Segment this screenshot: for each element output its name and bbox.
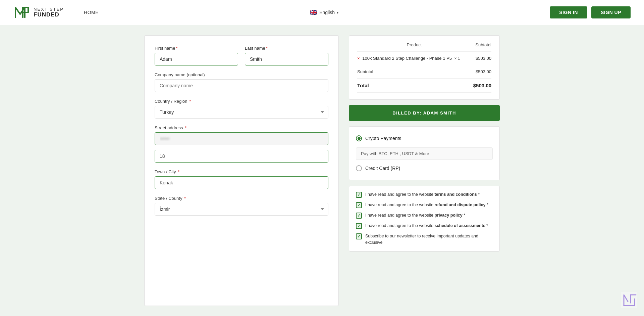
country-select[interactable]: Turkey <box>155 106 328 119</box>
total-label: Total <box>357 79 471 93</box>
last-name-label: Last name* <box>245 46 328 51</box>
town-city-label: Town / City * <box>155 169 328 174</box>
agreement-item-4: Subscribe to our newsletter to receive i… <box>356 233 493 246</box>
agreement-text-3: I have read and agree to the website sch… <box>365 223 488 229</box>
product-price: $503.00 <box>471 52 491 65</box>
agreement-text-0: I have read and agree to the website ter… <box>365 191 480 198</box>
billing-form-panel: First name* Last name* Company name (opt… <box>144 35 339 306</box>
total-row: Total $503.00 <box>357 79 491 93</box>
header: NEXT STEP FUNDED HOME 🇬🇧 English ▾ SIGN … <box>0 0 644 25</box>
street-address2-input[interactable] <box>155 150 328 163</box>
agreement-text-1: I have read and agree to the website ref… <box>365 202 488 208</box>
agreement-checkbox-3[interactable] <box>356 223 362 229</box>
crypto-radio[interactable] <box>356 135 362 141</box>
company-name-label: Company name (optional) <box>155 72 328 77</box>
agreement-checkbox-4[interactable] <box>356 233 362 239</box>
product-qty: × 1 <box>454 56 460 61</box>
street-address-input[interactable] <box>155 132 328 145</box>
logo-top: NEXT STEP <box>34 7 64 12</box>
payment-methods: Crypto Payments Pay with BTC, ETH , USDT… <box>349 126 500 180</box>
first-name-input[interactable] <box>155 53 238 65</box>
watermark <box>621 292 637 309</box>
order-table: Product Subtotal × 100k Standard 2 Step … <box>357 42 491 93</box>
agreement-text-2: I have read and agree to the website pri… <box>365 212 465 219</box>
crypto-label: Crypto Payments <box>365 136 401 141</box>
last-name-input[interactable] <box>245 53 328 65</box>
agreement-checkbox-2[interactable] <box>356 213 362 219</box>
crypto-payment-option[interactable]: Crypto Payments <box>356 132 493 145</box>
agreement-item-0: I have read and agree to the website ter… <box>356 191 493 198</box>
product-cell: × 100k Standard 2 Step Challenge - Phase… <box>357 52 471 65</box>
agreement-text-4: Subscribe to our newsletter to receive i… <box>365 233 493 246</box>
language-selector[interactable]: 🇬🇧 English ▾ <box>310 9 338 16</box>
product-name: 100k Standard 2 Step Challenge - Phase 1… <box>362 56 452 61</box>
order-summary: Product Subtotal × 100k Standard 2 Step … <box>349 35 500 100</box>
first-name-required: * <box>176 46 177 51</box>
first-name-group: First name* <box>155 46 238 65</box>
last-name-required: * <box>266 46 268 51</box>
credit-card-label: Credit Card (RP) <box>365 166 400 171</box>
company-name-group: Company name (optional) <box>155 72 328 92</box>
last-name-group: Last name* <box>245 46 328 65</box>
country-label: Country / Region * <box>155 99 328 104</box>
header-center: 🇬🇧 English ▾ <box>99 9 550 16</box>
agreements-panel: I have read and agree to the website ter… <box>349 186 500 252</box>
total-value: $503.00 <box>471 79 491 93</box>
product-row: × 100k Standard 2 Step Challenge - Phase… <box>357 52 491 65</box>
main-content: First name* Last name* Company name (opt… <box>138 25 506 316</box>
order-panel: Product Subtotal × 100k Standard 2 Step … <box>349 35 500 306</box>
signin-button[interactable]: SIGN IN <box>550 6 587 18</box>
country-group: Country / Region * Turkey <box>155 99 328 119</box>
logo-icon <box>13 4 30 21</box>
state-county-group: State / County * İzmir <box>155 196 328 216</box>
signup-button[interactable]: SIGN UP <box>591 6 631 18</box>
agreement-item-3: I have read and agree to the website sch… <box>356 223 493 229</box>
crypto-description: Pay with BTC, ETH , USDT & More <box>356 147 493 160</box>
credit-card-radio[interactable] <box>356 165 362 171</box>
street-address-label: Street address * <box>155 125 328 130</box>
town-city-input[interactable] <box>155 176 328 189</box>
logo[interactable]: NEXT STEP FUNDED <box>13 4 64 21</box>
credit-card-option[interactable]: Credit Card (RP) <box>356 162 493 175</box>
subtotal-label: Subtotal <box>357 65 471 79</box>
state-county-label: State / County * <box>155 196 328 201</box>
first-name-label: First name* <box>155 46 238 51</box>
language-label: English <box>319 10 335 15</box>
flag-icon: 🇬🇧 <box>310 9 317 16</box>
remove-icon[interactable]: × <box>357 56 360 61</box>
agreement-item-1: I have read and agree to the website ref… <box>356 202 493 208</box>
company-name-input[interactable] <box>155 79 328 92</box>
chevron-down-icon: ▾ <box>337 11 338 14</box>
agreement-item-2: I have read and agree to the website pri… <box>356 212 493 219</box>
header-actions: SIGN IN SIGN UP <box>550 6 631 18</box>
nav-home[interactable]: HOME <box>84 10 99 15</box>
watermark-icon <box>621 292 637 308</box>
main-nav: HOME <box>84 10 99 15</box>
subtotal-header: Subtotal <box>471 42 491 52</box>
product-header: Product <box>357 42 471 52</box>
logo-bottom: FUNDED <box>34 12 64 18</box>
name-row: First name* Last name* <box>155 46 328 65</box>
town-city-group: Town / City * <box>155 169 328 189</box>
agreement-checkbox-1[interactable] <box>356 202 362 208</box>
billed-by-button[interactable]: BILLED BY: ADAM SMITH <box>349 105 500 121</box>
subtotal-row: Subtotal $503.00 <box>357 65 491 79</box>
logo-text: NEXT STEP FUNDED <box>34 7 64 18</box>
street-address-group: Street address * <box>155 125 328 163</box>
agreement-checkbox-0[interactable] <box>356 192 362 198</box>
subtotal-value: $503.00 <box>471 65 491 79</box>
state-county-select[interactable]: İzmir <box>155 203 328 216</box>
